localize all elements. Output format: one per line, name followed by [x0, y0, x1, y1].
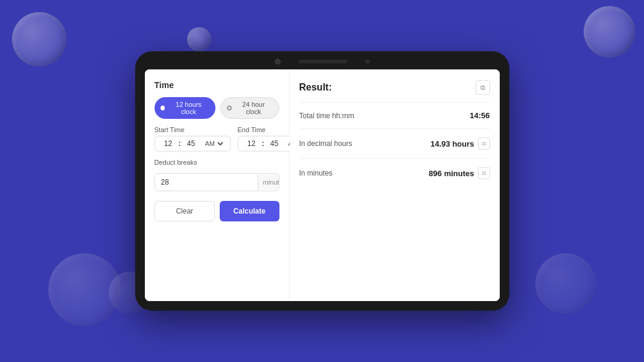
decorative-bubble-6: [535, 253, 596, 314]
end-minutes-input[interactable]: [266, 139, 283, 148]
start-time-label: Start Time: [155, 126, 231, 133]
clock-option-24h[interactable]: 24 hour clock: [220, 97, 279, 119]
clear-button[interactable]: Clear: [155, 201, 215, 221]
breaks-input[interactable]: [155, 174, 258, 191]
calculate-button[interactable]: Calculate: [220, 201, 279, 221]
time-calculator-panel: Time 12 hours clock 24 hour clock Start …: [145, 69, 290, 301]
start-hours-input[interactable]: [160, 139, 177, 148]
action-buttons-row: Clear Calculate: [155, 201, 279, 221]
result-header: Result: ⧉: [299, 80, 490, 95]
tablet-frame: Time 12 hours clock 24 hour clock Start …: [135, 51, 509, 311]
start-time-separator: :: [179, 139, 181, 148]
tablet-speaker: [299, 60, 347, 63]
total-time-value: 14:56: [470, 111, 489, 120]
decorative-bubble-1: [12, 12, 66, 66]
start-minutes-input[interactable]: [183, 139, 200, 148]
radio-dot-active: [161, 106, 165, 110]
copy-all-icon: ⧉: [480, 84, 485, 92]
result-row-minutes: In minutes 896 minutes ⧉: [299, 158, 490, 188]
total-time-value-group: 14:56: [470, 111, 489, 120]
decimal-hours-value: 14.93 hours: [430, 139, 474, 148]
decimal-hours-label: In decimal hours: [299, 139, 352, 148]
copy-all-button[interactable]: ⧉: [476, 80, 490, 95]
clock-options-group: 12 hours clock 24 hour clock: [155, 97, 279, 119]
results-panel: Result: ⧉ Total time hh:mm 14:56 In deci…: [290, 69, 500, 301]
tablet-camera-left: [275, 59, 281, 65]
time-inputs-row: Start Time : AM PM End Time: [155, 126, 279, 151]
tablet-camera-right: [365, 59, 370, 64]
minutes-value-group: 896 minutes ⧉: [429, 167, 489, 179]
radio-dot-inactive: [227, 106, 232, 110]
tablet-top-bar: [145, 59, 500, 69]
minutes-label: In minutes: [299, 169, 333, 177]
result-row-total-time: Total time hh:mm 14:56: [299, 102, 490, 129]
end-hours-input[interactable]: [243, 139, 260, 148]
start-time-group: Start Time : AM PM: [155, 126, 231, 151]
clock-option-12h-label: 12 hours clock: [168, 101, 209, 115]
decorative-bubble-2: [187, 27, 211, 51]
decorative-bubble-3: [584, 6, 635, 57]
start-ampm-select[interactable]: AM PM: [203, 139, 225, 148]
breaks-unit-label: minutes: [258, 174, 279, 190]
clock-option-24h-label: 24 hour clock: [235, 101, 273, 115]
start-time-input-box: : AM PM: [155, 136, 231, 151]
decimal-hours-value-group: 14.93 hours ⧉: [430, 138, 489, 150]
tablet-screen: Time 12 hours clock 24 hour clock Start …: [145, 69, 500, 301]
clock-option-12h[interactable]: 12 hours clock: [155, 97, 215, 119]
result-title: Result:: [299, 82, 332, 93]
copy-minutes-button[interactable]: ⧉: [478, 167, 490, 179]
copy-decimal-button[interactable]: ⧉: [478, 138, 490, 150]
result-row-decimal: In decimal hours 14.93 hours ⧉: [299, 129, 490, 158]
deduct-breaks-label: Deduct breaks: [155, 159, 279, 166]
end-time-separator: :: [262, 139, 264, 148]
minutes-value: 896 minutes: [429, 169, 474, 178]
breaks-input-row: minutes: [155, 173, 279, 191]
total-time-label: Total time hh:mm: [299, 112, 354, 120]
panel-title: Time: [155, 80, 279, 90]
